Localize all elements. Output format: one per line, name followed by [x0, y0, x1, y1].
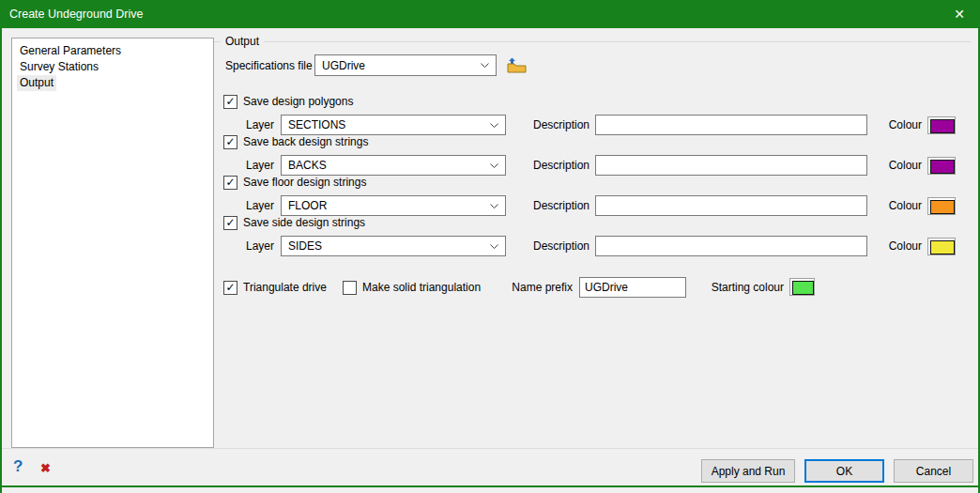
checkbox-label: Make solid triangulation — [362, 281, 481, 294]
make-solid-triangulation-checkbox[interactable]: Make solid triangulation — [343, 280, 481, 295]
checkbox-label: Triangulate drive — [243, 281, 327, 294]
colour-label: Colour — [882, 239, 922, 253]
list-item-label: Output — [20, 76, 54, 89]
colour-fill — [792, 281, 814, 295]
colour-swatch[interactable] — [927, 238, 956, 255]
name-prefix-label: Name prefix — [509, 281, 573, 294]
sidebar-item-output[interactable]: Output — [17, 75, 56, 91]
layer-value: SIDES — [288, 239, 322, 253]
checkmark-icon: ✓ — [225, 281, 235, 294]
cancel-button[interactable]: Cancel — [894, 459, 973, 483]
window-bottom-frame — [0, 485, 980, 493]
checkbox-icon[interactable]: ✓ — [223, 95, 237, 109]
specifications-file-select[interactable]: UGDrive — [314, 54, 497, 76]
delete-icon[interactable]: ✖ — [40, 461, 51, 475]
description-input[interactable] — [595, 115, 867, 135]
starting-colour-swatch[interactable] — [789, 278, 815, 296]
apply-and-run-button[interactable]: Apply and Run — [701, 459, 795, 483]
description-label: Description — [526, 159, 590, 172]
description-label: Description — [526, 199, 590, 212]
groupbox-line — [214, 41, 221, 42]
save-side-design-strings-checkbox[interactable]: ✓ Save side design strings — [223, 215, 365, 230]
chevron-down-icon — [490, 244, 498, 249]
starting-colour-label: Starting colour — [704, 281, 784, 294]
layer-label: Layer — [218, 199, 274, 212]
triangulate-drive-checkbox[interactable]: ✓ Triangulate drive — [223, 280, 327, 295]
colour-swatch[interactable] — [927, 116, 956, 134]
dialog-body: General Parameters Survey Stations Outpu… — [0, 28, 980, 485]
specifications-file-value: UGDrive — [322, 59, 365, 72]
checkbox-label: Save side design strings — [243, 216, 365, 229]
dialog-title: Create Undeground Drive — [9, 8, 143, 21]
chevron-down-icon — [490, 123, 498, 128]
colour-swatch[interactable] — [927, 157, 956, 175]
groupbox-label: Output — [225, 35, 259, 48]
save-back-design-strings-checkbox[interactable]: ✓ Save back design strings — [223, 134, 368, 149]
checkbox-icon[interactable] — [343, 281, 357, 295]
layer-select-backs[interactable]: BACKS — [281, 155, 506, 176]
colour-fill — [930, 200, 955, 214]
titlebar[interactable]: Create Undeground Drive ✕ — [0, 0, 980, 28]
checkbox-icon[interactable]: ✓ — [223, 135, 237, 149]
checkbox-icon[interactable]: ✓ — [223, 281, 237, 295]
checkmark-icon: ✓ — [225, 95, 235, 108]
chevron-down-icon — [490, 163, 498, 168]
chevron-down-icon — [490, 204, 498, 208]
description-label: Description — [526, 118, 590, 131]
list-item-label: Survey Stations — [20, 60, 99, 73]
colour-fill — [930, 119, 955, 133]
sidebar-item-general-parameters[interactable]: General Parameters — [17, 43, 124, 59]
layer-select-sections[interactable]: SECTIONS — [281, 115, 506, 135]
colour-label: Colour — [882, 118, 922, 131]
colour-label: Colour — [882, 199, 922, 212]
name-prefix-input[interactable] — [579, 277, 686, 298]
footer-divider — [2, 448, 978, 449]
description-input[interactable] — [595, 155, 867, 176]
create-underground-drive-dialog: Create Undeground Drive ✕ General Parame… — [0, 0, 980, 493]
layer-label: Layer — [218, 159, 274, 172]
chevron-down-icon — [481, 63, 489, 68]
description-input[interactable] — [595, 195, 867, 216]
checkbox-label: Save back design strings — [243, 135, 368, 148]
output-groupbox-header: Output — [214, 34, 971, 49]
ok-button[interactable]: OK — [804, 459, 884, 483]
groupbox-line — [264, 41, 971, 42]
open-folder-icon[interactable] — [507, 57, 527, 73]
description-input[interactable] — [595, 236, 867, 256]
checkbox-label: Save floor design strings — [243, 176, 366, 189]
list-item-label: General Parameters — [20, 44, 121, 57]
checkbox-icon[interactable]: ✓ — [223, 216, 237, 230]
checkmark-icon: ✓ — [225, 176, 235, 189]
pages-list[interactable]: General Parameters Survey Stations Outpu… — [11, 38, 214, 448]
checkmark-icon: ✓ — [225, 135, 235, 148]
specifications-file-label: Specifications file — [225, 59, 313, 72]
layer-value: SECTIONS — [288, 118, 345, 131]
help-icon[interactable]: ? — [13, 457, 23, 476]
layer-select-floor[interactable]: FLOOR — [281, 195, 506, 216]
checkbox-icon[interactable]: ✓ — [223, 176, 237, 190]
layer-label: Layer — [218, 118, 274, 131]
layer-value: FLOOR — [288, 199, 327, 212]
colour-swatch[interactable] — [927, 197, 956, 215]
checkbox-label: Save design polygons — [243, 95, 353, 108]
save-design-polygons-checkbox[interactable]: ✓ Save design polygons — [223, 94, 353, 109]
colour-fill — [930, 240, 955, 254]
colour-fill — [930, 160, 955, 174]
layer-select-sides[interactable]: SIDES — [281, 236, 506, 256]
checkmark-icon: ✓ — [225, 216, 235, 229]
sidebar-item-survey-stations[interactable]: Survey Stations — [17, 59, 101, 75]
colour-label: Colour — [882, 159, 922, 172]
layer-label: Layer — [218, 239, 274, 253]
description-label: Description — [526, 239, 590, 253]
save-floor-design-strings-checkbox[interactable]: ✓ Save floor design strings — [223, 175, 366, 190]
close-icon[interactable]: ✕ — [948, 0, 971, 28]
layer-value: BACKS — [288, 159, 327, 172]
